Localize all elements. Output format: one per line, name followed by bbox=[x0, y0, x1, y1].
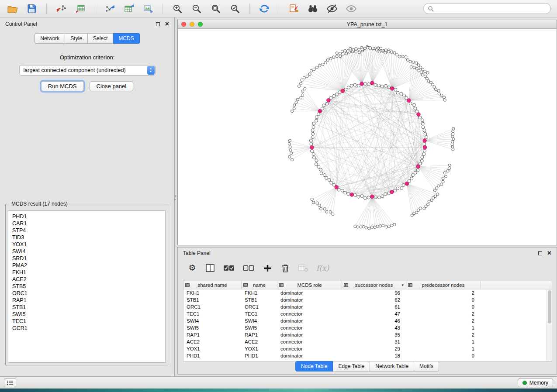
tab-select[interactable]: Select bbox=[88, 33, 113, 44]
network-canvas[interactable] bbox=[178, 29, 557, 245]
export-network-button[interactable] bbox=[101, 2, 118, 16]
splitter-handle-icon[interactable]: ◂▸ bbox=[174, 194, 176, 201]
show-graphics-details-button[interactable] bbox=[343, 2, 360, 16]
table-cell: ORC1 bbox=[183, 304, 242, 309]
open-folder-icon bbox=[7, 3, 18, 14]
criterion-select[interactable]: largest connected component (undirected)… bbox=[19, 65, 156, 76]
first-neighbors-button[interactable] bbox=[304, 2, 321, 16]
network-window-titlebar[interactable]: YPA_prune.txt_1 bbox=[178, 20, 557, 29]
table-row[interactable]: SWI4SWI4dominator462 bbox=[183, 317, 547, 324]
sort-arrow-icon: ▾ bbox=[401, 283, 404, 287]
column-header-predecessor-nodes[interactable]: predecessor nodes bbox=[406, 281, 481, 289]
table-row[interactable]: ACE2ACE2connector311 bbox=[183, 338, 547, 345]
refresh-button[interactable] bbox=[256, 2, 273, 16]
unselect-all-columns-button[interactable] bbox=[243, 265, 254, 272]
mcds-result-item[interactable]: CAR1 bbox=[12, 220, 161, 227]
memory-label: Memory bbox=[529, 380, 548, 386]
table-cell: connector bbox=[277, 311, 342, 316]
search-input[interactable] bbox=[436, 6, 547, 12]
table-scrollbar[interactable] bbox=[547, 289, 552, 361]
mcds-result-item[interactable]: TID3 bbox=[12, 234, 161, 241]
table-panel: Table Panel × ⚙ bbox=[177, 247, 557, 375]
tab-style[interactable]: Style bbox=[65, 33, 88, 44]
table-row[interactable]: TEC1TEC1connector472 bbox=[183, 310, 547, 317]
mcds-result-item[interactable]: STB5 bbox=[12, 283, 161, 290]
table-tab-motifs[interactable]: Motifs bbox=[414, 361, 439, 371]
mcds-result-item[interactable]: ACE2 bbox=[12, 276, 161, 283]
mcds-result-item[interactable]: YOX1 bbox=[12, 241, 161, 248]
mcds-result-group: MCDS result (17 nodes) PHD1CAR1STP4TID3Y… bbox=[5, 201, 168, 365]
column-header-successor-nodes[interactable]: successor nodes▾ bbox=[342, 281, 406, 289]
mcds-result-item[interactable]: FKH1 bbox=[12, 269, 161, 276]
save-icon bbox=[27, 3, 37, 14]
column-header-shared-name[interactable]: shared name bbox=[183, 281, 242, 289]
table-cell: ORC1 bbox=[242, 304, 277, 309]
window-minimize-button[interactable] bbox=[190, 22, 194, 27]
mcds-result-item[interactable]: RAP1 bbox=[12, 297, 161, 304]
table-row[interactable]: YOX1YOX1connector291 bbox=[183, 345, 547, 352]
mcds-result-item[interactable]: PMA2 bbox=[12, 262, 161, 269]
mcds-result-item[interactable]: SWI5 bbox=[12, 311, 161, 318]
mcds-result-item[interactable]: STB1 bbox=[12, 304, 161, 311]
mcds-result-item[interactable]: ORC1 bbox=[12, 290, 161, 297]
table-cell: dominator bbox=[277, 353, 342, 358]
zoom-fit-icon bbox=[211, 3, 221, 14]
table-row[interactable]: RAP1RAP1dominator352 bbox=[183, 331, 547, 338]
select-all-columns-button[interactable] bbox=[223, 265, 235, 272]
run-mcds-button[interactable]: Run MCDS bbox=[41, 81, 84, 91]
show-columns-button[interactable] bbox=[205, 264, 215, 272]
table-panel-float-button[interactable] bbox=[538, 251, 542, 255]
table-row[interactable]: FKH1FKH1dominator962 bbox=[183, 289, 547, 296]
export-image-button[interactable] bbox=[140, 2, 156, 16]
table-tab-network-table[interactable]: Network Table bbox=[370, 361, 414, 371]
memory-button[interactable]: Memory bbox=[518, 378, 553, 387]
export-table-button[interactable] bbox=[121, 2, 137, 16]
hide-graphics-details-button[interactable] bbox=[324, 2, 340, 16]
zoom-selected-button[interactable] bbox=[227, 2, 243, 16]
open-session-button[interactable] bbox=[4, 2, 21, 16]
zoom-out-button[interactable] bbox=[188, 2, 205, 16]
mcds-result-item[interactable]: STP4 bbox=[12, 227, 161, 234]
table-cell: SWI5 bbox=[242, 325, 277, 330]
toolbar-separator bbox=[249, 3, 250, 14]
table-row[interactable]: SWI5SWI5connector431 bbox=[183, 324, 547, 331]
table-cell: SWI4 bbox=[183, 318, 242, 323]
clone-network-button[interactable] bbox=[285, 2, 302, 16]
table-scrollbar-thumb[interactable] bbox=[548, 290, 551, 323]
table-row[interactable]: STB1STB1dominator620 bbox=[183, 296, 547, 303]
table-row[interactable]: ORC1ORC1dominator610 bbox=[183, 303, 547, 310]
table-row[interactable]: PHD1PHD1dominator180 bbox=[183, 352, 547, 359]
import-network-button[interactable] bbox=[53, 2, 69, 16]
tab-mcds[interactable]: MCDS bbox=[113, 33, 139, 44]
table-settings-button[interactable]: ⚙ bbox=[187, 264, 197, 272]
tab-network[interactable]: Network bbox=[35, 33, 65, 44]
control-panel-float-button[interactable] bbox=[156, 22, 160, 26]
import-table-button[interactable] bbox=[72, 2, 89, 16]
window-zoom-button[interactable] bbox=[198, 22, 203, 27]
create-column-button[interactable] bbox=[263, 264, 272, 272]
window-close-button[interactable] bbox=[181, 22, 186, 27]
delete-column-button[interactable] bbox=[280, 264, 290, 272]
plus-icon bbox=[263, 264, 272, 272]
save-session-button[interactable] bbox=[24, 2, 40, 16]
table-cell: 1 bbox=[406, 339, 481, 344]
mcds-result-item[interactable]: SRD1 bbox=[12, 255, 161, 262]
table-panel-close-button[interactable]: × bbox=[547, 251, 551, 256]
status-menu-button[interactable] bbox=[4, 378, 16, 387]
zoom-in-button[interactable] bbox=[169, 2, 186, 16]
mcds-result-item[interactable]: GCR1 bbox=[12, 325, 161, 332]
table-cell: 1 bbox=[406, 346, 481, 351]
mcds-result-item[interactable]: PHD1 bbox=[12, 213, 161, 220]
control-panel-close-button[interactable]: × bbox=[165, 21, 169, 27]
zoom-fit-button[interactable] bbox=[208, 2, 224, 16]
table-cell: STB1 bbox=[242, 297, 277, 303]
column-header-MCDS-role[interactable]: MCDS role bbox=[277, 281, 342, 289]
checked-boxes-icon bbox=[223, 265, 235, 272]
close-mcds-panel-button[interactable]: Close panel bbox=[90, 81, 134, 91]
table-cell: connector bbox=[277, 339, 342, 344]
table-tab-edge-table[interactable]: Edge Table bbox=[333, 361, 370, 371]
column-header-name[interactable]: name bbox=[242, 281, 277, 289]
mcds-result-item[interactable]: SWI4 bbox=[12, 248, 161, 255]
mcds-result-item[interactable]: TEC1 bbox=[12, 318, 161, 325]
table-tab-node-table[interactable]: Node Table bbox=[295, 361, 333, 371]
